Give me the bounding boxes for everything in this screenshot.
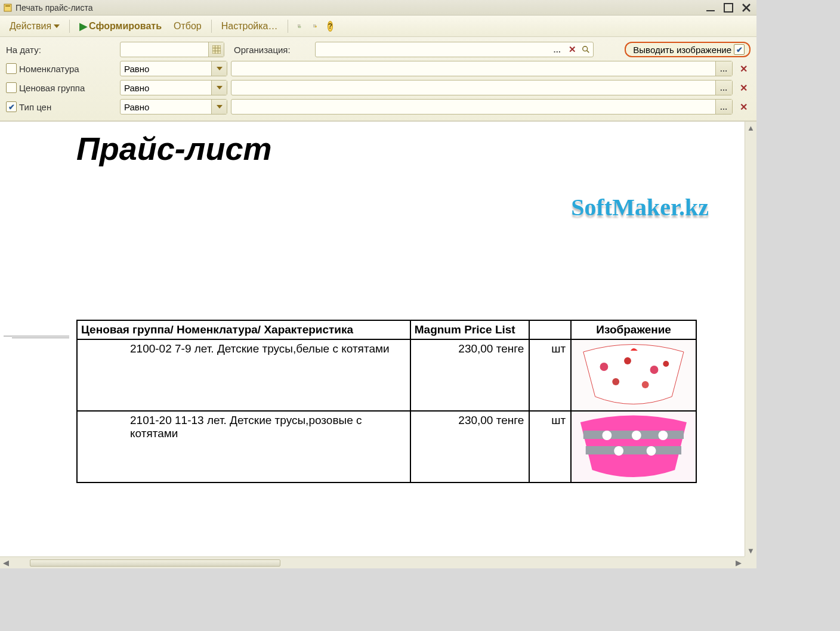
pricetype-op-combo[interactable]: Равно — [120, 99, 227, 115]
date-label: На дату: — [6, 45, 116, 55]
svg-line-16 — [587, 51, 589, 53]
product-image — [572, 340, 696, 410]
toolbar-filter-label: Отбор — [174, 21, 202, 32]
pricetype-select-button[interactable]: … — [715, 100, 732, 114]
pricetype-op-value: Равно — [124, 102, 149, 112]
svg-point-29 — [647, 446, 656, 456]
svg-point-21 — [642, 381, 649, 388]
scrollbar-thumb[interactable] — [30, 559, 280, 567]
pricetype-clear-button[interactable]: ✕ — [736, 99, 751, 115]
window-title: Печать прайс-листа — [16, 3, 704, 13]
svg-rect-7 — [298, 26, 300, 27]
toolbar-settings-button[interactable]: Настройка… — [217, 18, 283, 34]
pricegroup-value-input[interactable]: … — [231, 80, 733, 95]
pricegroup-label: Ценовая группа — [19, 83, 85, 93]
svg-rect-3 — [724, 4, 733, 12]
toolbar-filter-button[interactable]: Отбор — [169, 18, 206, 34]
filter-row-nomen: Номенклатура — [6, 63, 116, 74]
window-minimize-button[interactable] — [704, 1, 717, 14]
report-content: Прайс-лист SoftMaker.kz Ценовая группа/ … — [72, 122, 745, 556]
cell-unit: шт — [529, 411, 571, 482]
toolbar-separator — [211, 20, 212, 33]
toolbar-icon-2[interactable] — [308, 20, 322, 33]
report-area: Прайс-лист SoftMaker.kz Ценовая группа/ … — [0, 121, 756, 568]
nomen-clear-button[interactable]: ✕ — [736, 61, 751, 76]
nomen-label: Номенклатура — [19, 64, 79, 74]
cell-image — [571, 411, 696, 482]
vertical-scrollbar[interactable]: ▲ ▼ — [745, 122, 756, 556]
org-clear-button[interactable]: ✕ — [566, 42, 579, 57]
date-input[interactable] — [120, 42, 224, 57]
help-icon: ? — [328, 21, 333, 32]
cell-name: 2100-02 7-9 лет. Детские трусы,белые с к… — [77, 339, 410, 411]
svg-rect-10 — [212, 45, 221, 54]
toolbar-icon-1[interactable] — [293, 20, 306, 33]
scroll-up-button[interactable]: ▲ — [745, 122, 756, 134]
svg-rect-0 — [4, 4, 11, 11]
th-price: Magnum Price List — [410, 320, 530, 339]
org-input[interactable]: … ✕ — [315, 42, 594, 57]
chevron-down-icon — [54, 24, 60, 28]
org-select-button[interactable]: … — [549, 42, 566, 57]
org-search-button[interactable] — [579, 42, 593, 57]
svg-point-19 — [650, 366, 659, 374]
svg-point-28 — [614, 446, 623, 456]
cell-price: 230,00 тенге — [410, 339, 530, 411]
svg-rect-2 — [706, 10, 715, 11]
th-image: Изображение — [571, 320, 696, 339]
nomen-value-input[interactable]: … — [231, 61, 733, 76]
org-label: Организация: — [234, 45, 311, 55]
svg-point-18 — [624, 357, 631, 364]
product-image — [572, 412, 696, 482]
toolbar-form-label: Сформировать — [89, 21, 162, 32]
toolbar-separator — [288, 20, 288, 33]
toolbar-form-button[interactable]: ▶ Сформировать — [75, 17, 166, 35]
scroll-left-button[interactable]: ◀ — [0, 558, 12, 567]
pricegroup-checkbox[interactable] — [6, 82, 17, 93]
pricegroup-select-button[interactable]: … — [715, 81, 732, 95]
date-picker-button[interactable] — [208, 42, 224, 57]
chevron-down-icon[interactable] — [211, 61, 227, 76]
toolbar-settings-label: Настройка… — [221, 21, 278, 32]
show-image-label: Выводить изображение — [633, 45, 731, 55]
window-maximize-button[interactable] — [722, 1, 735, 14]
chevron-down-icon[interactable] — [211, 100, 227, 114]
report-viewport[interactable]: Прайс-лист SoftMaker.kz Ценовая группа/ … — [0, 122, 745, 556]
pricetype-checkbox[interactable] — [6, 101, 17, 112]
horizontal-scrollbar[interactable]: ◀ ▶ — [0, 556, 745, 568]
table-row: 2100-02 7-9 лет. Детские трусы,белые с к… — [77, 339, 696, 411]
show-image-checkbox[interactable] — [734, 44, 745, 55]
svg-point-20 — [613, 378, 620, 385]
svg-point-26 — [632, 431, 641, 440]
pricegroup-op-combo[interactable]: Равно — [120, 80, 227, 95]
pricetype-label: Тип цен — [19, 102, 51, 112]
price-table: Ценовая группа/ Номенклатура/ Характерис… — [76, 320, 697, 483]
toolbar-help-button[interactable]: ? — [324, 20, 337, 33]
toolbar-actions-label: Действия — [10, 21, 51, 32]
toolbar-actions-menu[interactable]: Действия — [5, 18, 64, 34]
svg-point-17 — [600, 363, 609, 371]
toolbar-separator — [69, 20, 70, 33]
nomen-checkbox[interactable] — [6, 63, 17, 74]
pricegroup-clear-button[interactable]: ✕ — [736, 80, 751, 95]
svg-rect-1 — [5, 5, 10, 7]
watermark: SoftMaker.kz — [571, 193, 709, 221]
window-close-button[interactable] — [740, 1, 753, 14]
svg-point-15 — [583, 47, 588, 51]
cell-image — [571, 339, 696, 411]
show-image-toggle[interactable]: Выводить изображение — [625, 42, 751, 57]
svg-point-27 — [659, 431, 668, 440]
th-name: Ценовая группа/ Номенклатура/ Характерис… — [77, 320, 410, 339]
nomen-op-combo[interactable]: Равно — [120, 61, 227, 76]
filter-row-pricetype: Тип цен — [6, 101, 116, 112]
nomen-select-button[interactable]: … — [715, 61, 732, 76]
pricetype-value-input[interactable]: … — [231, 99, 733, 115]
scroll-down-button[interactable]: ▼ — [745, 545, 756, 556]
report-gutter — [0, 122, 72, 556]
filter-row-pricegroup: Ценовая группа — [6, 82, 116, 93]
th-unit — [529, 320, 571, 339]
chevron-down-icon[interactable] — [211, 81, 227, 95]
cell-price: 230,00 тенге — [410, 411, 530, 482]
svg-point-22 — [663, 361, 669, 367]
scroll-right-button[interactable]: ▶ — [733, 558, 745, 567]
